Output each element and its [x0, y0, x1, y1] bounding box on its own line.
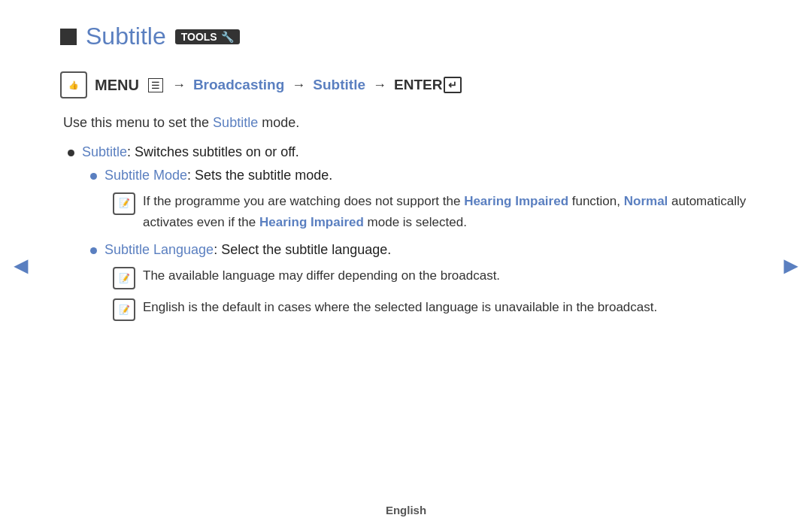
title-square-icon: [60, 29, 77, 45]
description-subtitle-link: Subtitle: [213, 115, 258, 130]
note-block-2: 📝 The available language may differ depe…: [113, 265, 752, 289]
note-icon-3: 📝: [113, 298, 135, 321]
nav-arrow-2: →: [292, 77, 305, 93]
nav-broadcasting: Broadcasting: [193, 77, 284, 93]
nav-arrow-3: →: [373, 77, 386, 93]
bullet-dot-mode: [90, 173, 97, 180]
subtitle-language-label: Subtitle Language: [105, 242, 214, 257]
subtitle-mode-text: Subtitle Mode: Sets the subtitle mode.: [105, 168, 332, 183]
enter-label: ENTER: [394, 77, 442, 93]
bullet-dot-lang: [90, 247, 97, 254]
menu-label: MENU: [95, 77, 139, 94]
note1-before: If the programme you are watching does n…: [143, 194, 464, 208]
page-container: Subtitle TOOLS 🔧 👍 MENU ☰ → Broadcasting…: [0, 0, 812, 530]
note1-hearing-impaired: Hearing Impaired: [464, 194, 568, 208]
note-icon-2: 📝: [113, 267, 135, 289]
note1-middle: function,: [568, 194, 624, 208]
tools-badge: TOOLS 🔧: [175, 29, 240, 44]
note-text-1: If the programme you are watching does n…: [143, 191, 752, 233]
menu-grid-icon: ☰: [148, 78, 163, 92]
note-text-3: English is the default in cases where th…: [143, 297, 752, 318]
tools-label: TOOLS: [181, 31, 217, 43]
note-icon-1: 📝: [113, 192, 135, 215]
subtitle-language-text: Subtitle Language: Select the subtitle l…: [105, 242, 391, 258]
bullet-subtitle: Subtitle: Switches subtitles on or off.: [68, 144, 752, 160]
menu-icon: 👍: [60, 71, 87, 98]
note-text-2: The available language may differ depend…: [143, 265, 752, 286]
bullet-subtitle-mode: Subtitle Mode: Sets the subtitle mode.: [90, 168, 752, 183]
enter-icon: ↵: [444, 77, 462, 93]
nav-arrow-1: →: [172, 77, 186, 93]
description-after: mode.: [258, 115, 299, 130]
nested-section: Subtitle Mode: Sets the subtitle mode. 📝…: [90, 168, 752, 321]
page-title: Subtitle: [86, 23, 166, 50]
subtitle-desc: : Switches subtitles on or off.: [127, 144, 299, 159]
subtitle-mode-desc: : Sets the subtitle mode.: [187, 168, 332, 183]
description-text: Use this menu to set the Subtitle mode.: [63, 115, 752, 131]
subtitle-language-desc: : Select the subtitle language.: [214, 242, 391, 257]
subtitle-label: Subtitle: [82, 144, 127, 159]
nav-enter: ENTER↵: [394, 77, 462, 93]
note1-normal: Normal: [624, 194, 668, 208]
title-row: Subtitle TOOLS 🔧: [60, 23, 752, 50]
footer-language: English: [386, 504, 426, 516]
bullet-subtitle-language: Subtitle Language: Select the subtitle l…: [90, 242, 752, 258]
note-block-1: 📝 If the programme you are watching does…: [113, 191, 752, 233]
bullet-subtitle-text: Subtitle: Switches subtitles on or off.: [82, 144, 299, 160]
note1-hearing-impaired2: Hearing Impaired: [259, 215, 364, 229]
tools-icon: 🔧: [221, 31, 234, 43]
nav-subtitle: Subtitle: [313, 77, 365, 93]
note1-end: mode is selected.: [364, 215, 467, 229]
bullet-dot-1: [68, 150, 74, 156]
note-block-3: 📝 English is the default in cases where …: [113, 297, 752, 321]
bullet-section: Subtitle: Switches subtitles on or off. …: [68, 144, 752, 321]
description-before: Use this menu to set the: [63, 115, 213, 130]
subtitle-mode-label: Subtitle Mode: [105, 168, 187, 183]
nav-breadcrumb: 👍 MENU ☰ → Broadcasting → Subtitle → ENT…: [60, 71, 752, 98]
